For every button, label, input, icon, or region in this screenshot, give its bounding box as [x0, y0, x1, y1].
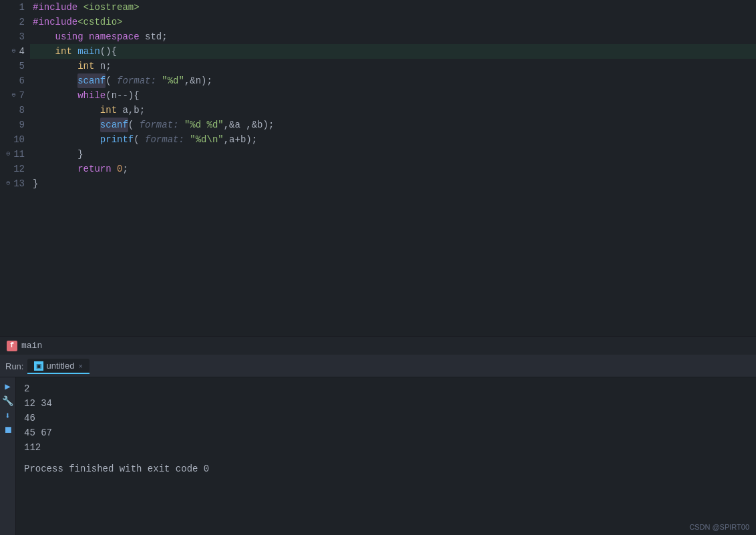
code-token: scanf [100, 118, 128, 132]
code-token: ,&a ,&b); [224, 118, 274, 132]
code-token: int [100, 103, 117, 118]
code-token: n; [94, 59, 111, 73]
code-token [33, 59, 77, 73]
run-side-buttons: ▶ 🔧 ⬇ ⏹ [0, 377, 16, 535]
code-token: scanf [77, 73, 106, 88]
code-token [33, 88, 77, 103]
code-line-11: } [30, 147, 756, 162]
run-wrench-button[interactable]: 🔧 [2, 395, 14, 407]
code-token: format: [140, 118, 179, 132]
line-number-11: ⊖11 [13, 147, 25, 162]
line-number-13: ⊖13 [13, 176, 25, 191]
code-token: (){ [100, 44, 117, 59]
output-line: 46 [24, 411, 748, 425]
code-token: namespace [89, 29, 140, 44]
code-token: format: [145, 132, 184, 147]
code-token: int [55, 44, 72, 59]
code-token [112, 162, 117, 176]
output-line: 45 67 [24, 425, 748, 440]
code-token [33, 103, 100, 118]
code-token [33, 44, 55, 59]
function-name: main [21, 341, 42, 351]
code-token [72, 44, 77, 59]
code-token: #include [33, 0, 83, 15]
function-bar: f main [0, 336, 756, 355]
code-token: "%d\n" [190, 132, 223, 147]
run-tab[interactable]: ▣ untitled × [27, 359, 89, 374]
line-number-4: ⊖4 [19, 44, 25, 59]
code-token [184, 132, 190, 147]
run-label: Run: [5, 361, 23, 371]
code-token: #include [33, 15, 77, 29]
code-token [33, 118, 100, 132]
tab-close-button[interactable]: × [78, 362, 82, 370]
run-toolbar: Run: ▣ untitled × [0, 356, 756, 377]
code-token [33, 73, 77, 88]
code-token: "%d" [162, 73, 184, 88]
code-token: ( [128, 118, 140, 132]
line-number-1: 1 [19, 0, 25, 15]
code-token: ( [106, 73, 117, 88]
code-token: ,a+b); [224, 132, 257, 147]
code-token: ( [134, 132, 145, 147]
run-panel: Run: ▣ untitled × ▶ 🔧 ⬇ ⏹ 212 344645 671… [0, 355, 756, 535]
code-token: int [77, 59, 94, 73]
line-number-12: 12 [13, 162, 25, 176]
fold-indicator[interactable]: ⊖ [10, 88, 18, 103]
run-download-button[interactable]: ⬇ [2, 409, 14, 421]
code-line-9: scanf( format: "%d %d",&a ,&b); [30, 118, 756, 132]
line-number-9: 9 [19, 118, 25, 132]
code-line-3: using namespace std; [30, 29, 756, 44]
code-line-6: scanf( format: "%d",&n); [30, 73, 756, 88]
fold-indicator[interactable]: ⊖ [10, 44, 18, 59]
editor-area: 123⊖456⊖78910⊖1112⊖13 #include <iostream… [0, 0, 756, 336]
run-stop-button[interactable]: ⏹ [2, 424, 14, 436]
code-token [33, 132, 100, 147]
code-line-10: printf( format: "%d\n",a+b); [30, 132, 756, 147]
fold-indicator[interactable]: ⊖ [4, 176, 12, 191]
run-output-area: ▶ 🔧 ⬇ ⏹ 212 344645 67112Process finished… [0, 377, 756, 535]
line-number-3: 3 [19, 29, 25, 44]
output-line: 12 34 [24, 396, 748, 411]
output-line: 2 [24, 381, 748, 396]
line-number-10: 10 [13, 132, 25, 147]
code-token: main [77, 44, 100, 59]
process-finished-message: Process finished with exit code 0 [24, 462, 748, 476]
code-token: std; [140, 29, 168, 44]
code-content[interactable]: #include <iostream>#include<cstdio> usin… [30, 0, 756, 336]
code-token: using [55, 29, 83, 44]
code-token: "%d %d" [184, 118, 224, 132]
line-number-7: ⊖7 [19, 88, 25, 103]
code-token [178, 118, 184, 132]
code-line-1: #include <iostream> [30, 0, 756, 15]
code-line-13: } [30, 176, 756, 191]
run-play-button[interactable]: ▶ [2, 380, 14, 392]
run-output-content: 212 344645 67112Process finished with ex… [16, 377, 756, 535]
code-token [83, 29, 89, 44]
code-token: } [77, 147, 83, 162]
code-token: <cstdio> [77, 15, 122, 29]
line-number-8: 8 [19, 103, 25, 118]
code-token: 0 [117, 162, 122, 176]
code-line-4: ▶ int main(){ [30, 44, 756, 59]
line-number-2: 2 [19, 15, 25, 29]
code-line-7: while(n--){ [30, 88, 756, 103]
code-token [33, 147, 77, 162]
code-token [156, 73, 162, 88]
line-numbers: 123⊖456⊖78910⊖1112⊖13 [0, 0, 30, 336]
code-token: (n--){ [106, 88, 139, 103]
tab-name: untitled [46, 361, 74, 371]
output-line: 112 [24, 440, 748, 455]
code-line-2: #include<cstdio> [30, 15, 756, 29]
code-token: a,b; [117, 103, 145, 118]
tab-file-icon: ▣ [34, 361, 43, 371]
line-number-6: 6 [19, 73, 25, 88]
code-token: } [33, 176, 38, 191]
fold-indicator[interactable]: ⊖ [4, 147, 12, 162]
code-token: format: [117, 73, 156, 88]
code-line-12: return 0; [30, 162, 756, 176]
code-line-5: int n; [30, 59, 756, 73]
code-token [33, 29, 55, 44]
code-token: <iostream> [83, 0, 140, 15]
code-token [33, 162, 77, 176]
